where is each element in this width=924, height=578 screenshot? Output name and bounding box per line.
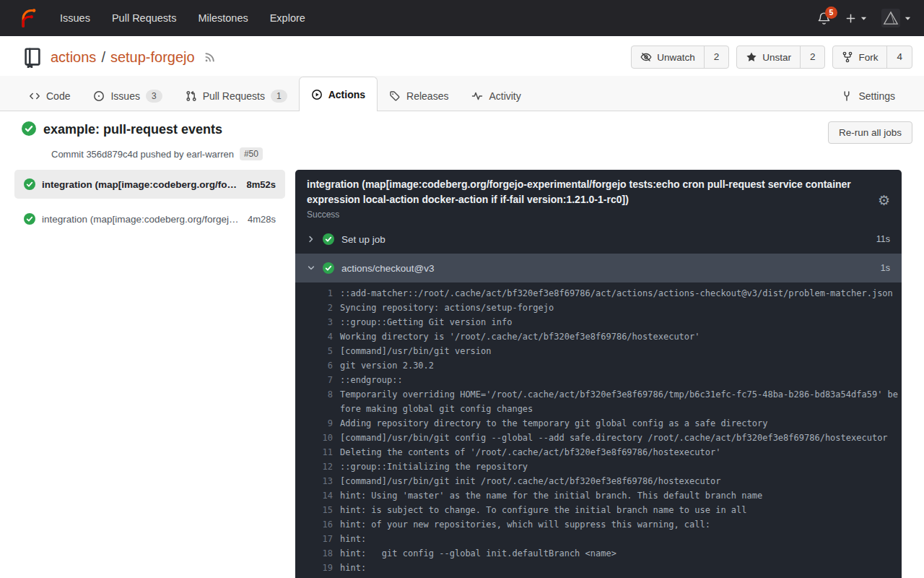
log-line-number: 15 bbox=[307, 503, 333, 517]
log-line: 8Temporarily overriding HOME='/root/.cac… bbox=[307, 387, 902, 416]
unwatch-button-count[interactable]: 2 bbox=[704, 46, 729, 68]
navbar-item-explore[interactable]: Explore bbox=[259, 12, 316, 24]
tab-activity[interactable]: Activity bbox=[460, 82, 532, 111]
fork-button-main[interactable]: Fork bbox=[833, 46, 886, 68]
forgejo-logo-icon[interactable] bbox=[17, 7, 39, 29]
tab-releases[interactable]: Releases bbox=[378, 82, 460, 111]
rss-icon[interactable] bbox=[204, 51, 216, 64]
log-line-text: hint: Names commonly chosen instead of '… bbox=[340, 575, 899, 578]
tab-code[interactable]: Code bbox=[17, 82, 82, 111]
repo-header: actions / setup-forgejo Unwatch2Unstar2F… bbox=[0, 36, 924, 76]
step-row-set-up-job[interactable]: Set up job11s bbox=[295, 225, 902, 254]
step-duration: 1s bbox=[881, 263, 890, 273]
job-name: integration (map[image:codeberg.org/forg… bbox=[42, 179, 240, 190]
log-line: 9Adding repository directory to the temp… bbox=[307, 416, 902, 431]
job-log-panel: integration (map[image:codeberg.org/forg… bbox=[295, 170, 902, 578]
tab-label: Actions bbox=[328, 89, 365, 100]
fork-button-count[interactable]: 4 bbox=[886, 46, 912, 68]
navbar-item-pull-requests[interactable]: Pull Requests bbox=[101, 12, 187, 24]
log-line-number: 5 bbox=[307, 344, 333, 358]
job-panel-header: integration (map[image:codeberg.org/forg… bbox=[295, 170, 902, 225]
code-icon bbox=[29, 90, 40, 102]
log-line: 17hint: bbox=[307, 532, 902, 546]
log-line-number: 12 bbox=[307, 460, 333, 474]
run-success-check-icon bbox=[22, 121, 36, 136]
tab-pull-requests[interactable]: Pull Requests1 bbox=[174, 82, 299, 111]
navbar-item-milestones[interactable]: Milestones bbox=[187, 12, 258, 24]
tab-label: Settings bbox=[858, 90, 895, 102]
step-duration: 11s bbox=[876, 234, 890, 244]
tab-label: Pull Requests bbox=[203, 90, 265, 102]
issue-icon bbox=[93, 90, 105, 102]
tab-count-badge: 3 bbox=[146, 90, 162, 103]
create-new-button[interactable] bbox=[845, 13, 867, 24]
unstar-button-main[interactable]: Unstar bbox=[737, 46, 800, 68]
user-menu-button[interactable] bbox=[881, 9, 911, 27]
navbar-item-issues[interactable]: Issues bbox=[49, 12, 101, 24]
log-line: 14hint: Using 'master' as the name for t… bbox=[307, 488, 902, 503]
job-list: integration (map[image:codeberg.org/forg… bbox=[14, 170, 285, 233]
log-line-text: Adding repository directory to the tempo… bbox=[340, 416, 899, 431]
log-line: 5[command]/usr/bin/git version bbox=[307, 344, 902, 358]
avatar bbox=[881, 9, 900, 27]
run-commit-line: Commit 356d879c4d pushed by earl-warren … bbox=[51, 147, 912, 160]
job-list-item[interactable]: integration (map[image:codeberg.org/forg… bbox=[14, 204, 285, 233]
job-status: Success bbox=[307, 210, 878, 220]
step-row-actions-checkout-v3[interactable]: actions/checkout@v31s bbox=[295, 254, 902, 282]
log-line-text: hint: bbox=[340, 532, 899, 546]
check-circle-icon bbox=[323, 262, 334, 274]
breadcrumb-separator: / bbox=[96, 49, 110, 66]
log-line-text: [command]/usr/bin/git version bbox=[340, 344, 899, 358]
commit-text[interactable]: Commit 356d879c4d pushed by earl-warren bbox=[51, 149, 234, 160]
rerun-all-jobs-button[interactable]: Re-run all jobs bbox=[828, 121, 912, 144]
unstar-button-count[interactable]: 2 bbox=[800, 46, 825, 68]
wrench-icon bbox=[841, 90, 853, 102]
log-line-text: ::endgroup:: bbox=[340, 373, 899, 387]
unwatch-button-label: Unwatch bbox=[657, 52, 695, 63]
job-list-item[interactable]: integration (map[image:codeberg.org/forg… bbox=[14, 170, 285, 199]
log-line-text: Working directory is '/root/.cache/act/b… bbox=[340, 329, 899, 344]
fork-icon bbox=[842, 51, 853, 63]
activity-icon bbox=[471, 90, 483, 102]
log-line: 3::group::Getting Git version info bbox=[307, 315, 902, 329]
repo-name-link[interactable]: setup-forgejo bbox=[110, 49, 195, 66]
repo-social-buttons: Unwatch2Unstar2Fork4 bbox=[631, 46, 912, 69]
unstar-button-label: Unstar bbox=[762, 52, 791, 63]
repo-owner-link[interactable]: actions bbox=[51, 49, 96, 66]
tab-settings[interactable]: Settings bbox=[829, 82, 907, 111]
log-line-text: hint: of your new repositories, which wi… bbox=[340, 517, 899, 532]
log-line: 12::group::Initializing the repository bbox=[307, 460, 902, 474]
log-line-number: 3 bbox=[307, 315, 333, 329]
gear-icon[interactable]: ⚙ bbox=[878, 194, 890, 207]
run-number-badge: #50 bbox=[240, 147, 263, 160]
log-line-text: [command]/usr/bin/git config --global --… bbox=[340, 431, 899, 445]
log-line-number: 9 bbox=[307, 416, 333, 431]
log-line-number: 10 bbox=[307, 431, 333, 445]
check-circle-icon bbox=[323, 233, 334, 245]
log-line-text: Temporarily overriding HOME='/root/.cach… bbox=[340, 387, 899, 416]
job-name: integration (map[image:codeberg.org/forg… bbox=[42, 214, 241, 225]
log-line: 1::add-matcher::/root/.cache/act/bf320ef… bbox=[307, 286, 902, 301]
log-line-number: 20 bbox=[307, 575, 333, 578]
tab-issues[interactable]: Issues3 bbox=[82, 82, 173, 111]
notifications-button[interactable]: 5 bbox=[817, 12, 831, 25]
chevron-right-icon bbox=[307, 235, 315, 243]
log-line-text: ::add-matcher::/root/.cache/act/bf320ef3… bbox=[340, 286, 899, 301]
tab-label: Code bbox=[46, 90, 70, 102]
step-log: 1::add-matcher::/root/.cache/act/bf320ef… bbox=[295, 282, 902, 578]
log-line: 7::endgroup:: bbox=[307, 373, 902, 387]
eye-slash-icon bbox=[640, 51, 652, 63]
log-line-number: 4 bbox=[307, 329, 333, 344]
unwatch-button-main[interactable]: Unwatch bbox=[632, 46, 704, 68]
job-panel-title: integration (map[image:codeberg.org/forg… bbox=[307, 177, 878, 207]
log-line-number: 2 bbox=[307, 301, 333, 315]
log-line: 11Deleting the contents of '/root/.cache… bbox=[307, 445, 902, 460]
log-line-number: 17 bbox=[307, 532, 333, 546]
log-line-text: Syncing repository: actions/setup-forgej… bbox=[340, 301, 899, 315]
log-line: 13[command]/usr/bin/git init /root/.cach… bbox=[307, 474, 902, 488]
tab-actions[interactable]: Actions bbox=[299, 77, 378, 111]
tag-icon bbox=[389, 90, 401, 102]
log-line-text: Deleting the contents of '/root/.cache/a… bbox=[340, 445, 899, 460]
tab-count-badge: 1 bbox=[271, 90, 287, 103]
log-line-number: 8 bbox=[307, 387, 333, 416]
